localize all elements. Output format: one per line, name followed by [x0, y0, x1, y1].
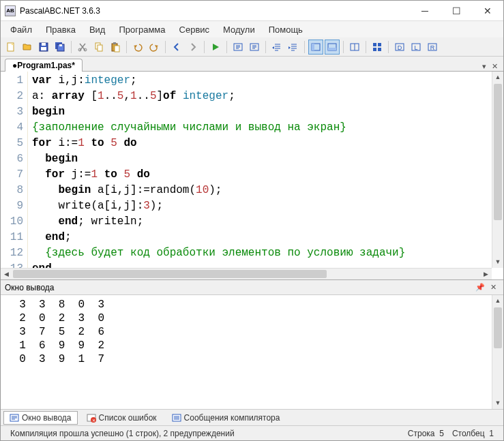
scroll-left-icon[interactable]: ◀ [1, 269, 12, 279]
panel-close-icon[interactable]: ✕ [488, 283, 499, 292]
editor-tab[interactable]: ●Program1.pas* [5, 59, 83, 72]
menu-Модули[interactable]: Модули [216, 22, 262, 37]
indent-icon[interactable] [286, 40, 301, 55]
new-file-icon[interactable] [3, 40, 18, 55]
output-panel-title: Окно вывода [5, 283, 55, 292]
output-panel: 3 3 8 0 3 2 0 2 3 0 3 7 5 2 6 1 6 9 9 2 … [1, 295, 503, 409]
menu-Файл[interactable]: Файл [3, 22, 39, 37]
output-panel-header: Окно вывода 📌 ✕ [1, 280, 503, 295]
bottom-tabs: Окно вывода✕Список ошибокСообщения компи… [1, 409, 503, 425]
svg-rect-12 [113, 42, 116, 44]
statusbar: Компиляция прошла успешно (1 строк), 2 п… [1, 425, 503, 440]
svg-rect-24 [373, 48, 376, 51]
bottom-tab-1[interactable]: ✕Список ошибок [80, 411, 163, 425]
maximize-button[interactable]: ☐ [441, 1, 472, 20]
tab-icon [10, 413, 19, 423]
window-l-icon[interactable]: L [409, 40, 424, 55]
run-icon[interactable] [208, 40, 223, 55]
toolbar: D L R [1, 37, 503, 57]
redo-icon[interactable] [147, 40, 162, 55]
status-compile: Компиляция прошла успешно (1 строк), 2 п… [6, 429, 239, 438]
menu-Вид[interactable]: Вид [83, 22, 113, 37]
editor-tabbar: ●Program1.pas* ▾ ✕ [1, 57, 503, 72]
save-all-icon[interactable] [53, 40, 68, 55]
svg-rect-19 [328, 48, 336, 50]
window-d-icon[interactable]: D [392, 40, 407, 55]
scroll-up-icon[interactable]: ▲ [492, 72, 503, 83]
copy-icon[interactable] [91, 40, 106, 55]
status-line: Строка 5 [404, 429, 448, 438]
svg-rect-10 [98, 45, 102, 51]
step-into-icon[interactable] [231, 40, 246, 55]
nav-fwd-icon[interactable] [186, 40, 201, 55]
status-col: Столбец 1 [448, 429, 498, 438]
svg-rect-6 [59, 44, 62, 46]
titlebar: AB PascalABC.NET 3.6.3 ─ ☐ ✕ [1, 1, 503, 21]
scroll-down-icon[interactable]: ▼ [492, 397, 503, 409]
line-gutter: 12345678910111213 [1, 72, 28, 279]
app-icon: AB [5, 5, 16, 16]
svg-rect-25 [378, 48, 381, 51]
menu-Программа[interactable]: Программа [112, 22, 172, 37]
module-icon-1[interactable] [370, 40, 385, 55]
minimize-button[interactable]: ─ [409, 1, 441, 20]
scroll-thumb[interactable] [13, 270, 327, 278]
output-text[interactable]: 3 3 8 0 3 2 0 2 3 0 3 7 5 2 6 1 6 9 9 2 … [1, 295, 503, 369]
svg-rect-17 [312, 44, 314, 50]
window-r-icon[interactable]: R [425, 40, 440, 55]
outdent-icon[interactable] [269, 40, 284, 55]
step-over-icon[interactable] [247, 40, 262, 55]
code-editor[interactable]: 12345678910111213 var i,j:integer;a: arr… [1, 72, 503, 280]
paste-icon[interactable] [108, 40, 123, 55]
svg-text:D: D [398, 44, 402, 51]
bottom-tab-2[interactable]: Сообщения компилятора [166, 411, 286, 425]
scroll-right-icon[interactable]: ▶ [480, 269, 492, 279]
nav-back-icon[interactable] [169, 40, 184, 55]
open-file-icon[interactable] [20, 40, 35, 55]
svg-rect-3 [41, 47, 46, 50]
panel1-icon[interactable] [308, 40, 323, 55]
code-area[interactable]: var i,j:integer;a: array [1..5,1..5]of i… [28, 72, 503, 279]
menu-Помощь[interactable]: Помощь [262, 22, 310, 37]
svg-rect-13 [115, 46, 119, 52]
editor-vscroll[interactable]: ▲ ▼ [492, 72, 503, 268]
menubar: ФайлПравкаВидПрограммаСервисМодулиПомощь [1, 21, 503, 37]
svg-rect-23 [378, 43, 381, 46]
scroll-up-icon[interactable]: ▲ [492, 295, 503, 307]
svg-text:✕: ✕ [91, 419, 95, 423]
pin-icon[interactable]: 📌 [473, 283, 488, 292]
save-icon[interactable] [36, 40, 51, 55]
scroll-thumb[interactable] [494, 84, 502, 220]
tab-icon [172, 413, 181, 423]
svg-rect-2 [42, 43, 46, 46]
close-button[interactable]: ✕ [472, 1, 503, 20]
output-vscroll[interactable]: ▲ ▼ [492, 295, 503, 409]
svg-text:R: R [430, 44, 435, 51]
undo-icon[interactable] [130, 40, 145, 55]
panel3-icon[interactable] [347, 40, 362, 55]
tab-icon: ✕ [87, 413, 96, 423]
tab-close-icon[interactable]: ✕ [492, 62, 498, 71]
bottom-tab-0[interactable]: Окно вывода [3, 411, 78, 425]
window-title: PascalABC.NET 3.6.3 [20, 6, 409, 16]
menu-Сервис[interactable]: Сервис [173, 22, 217, 37]
cut-icon[interactable] [75, 40, 90, 55]
svg-rect-22 [373, 43, 376, 46]
tab-dropdown-icon[interactable]: ▾ [482, 62, 486, 71]
editor-hscroll[interactable]: ◀ ▶ [1, 268, 492, 279]
svg-text:L: L [414, 44, 417, 51]
menu-Правка[interactable]: Правка [39, 22, 83, 37]
scroll-thumb[interactable] [494, 307, 502, 348]
scroll-down-icon[interactable]: ▼ [492, 256, 503, 268]
panel2-icon[interactable] [325, 40, 340, 55]
